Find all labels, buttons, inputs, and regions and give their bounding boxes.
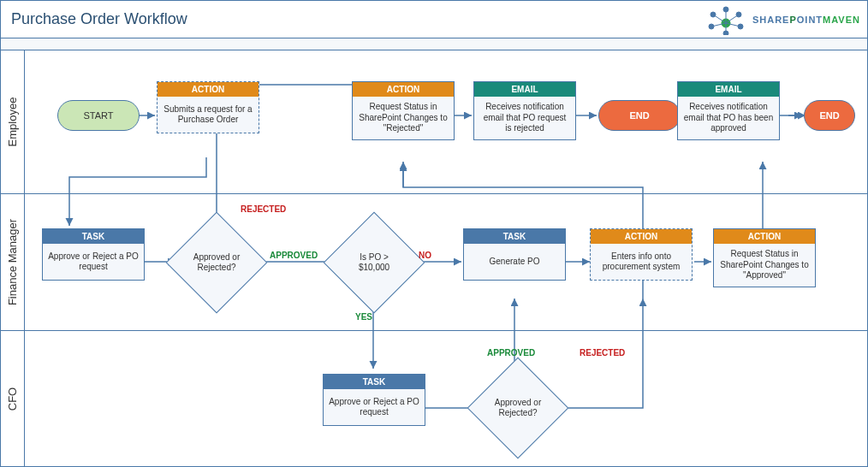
logo: SHAREPOINTMAVEN xyxy=(703,4,860,35)
decision-cfo-approved-rejected: Approved or Rejected? xyxy=(482,372,554,444)
label-no: NO xyxy=(419,251,431,260)
box-header-action: ACTION xyxy=(353,82,454,97)
action-enter-procurement: ACTION Enters info onto procurement syst… xyxy=(590,228,693,281)
email-rejected: EMAIL Receives notification email that P… xyxy=(473,81,576,140)
task-generate-po: TASK Generate PO xyxy=(463,228,566,281)
label-approved-cfo: APPROVED xyxy=(487,348,535,358)
lane-label-employee: Employee xyxy=(1,50,25,193)
label-rejected: REJECTED xyxy=(241,204,286,214)
label-rejected-cfo: REJECTED xyxy=(580,348,625,358)
lane-cfo: CFO TASK Approve or Reject a PO request … xyxy=(1,331,867,466)
lane-label-cfo: CFO xyxy=(1,331,25,466)
action-status-approved: ACTION Request Status in SharePoint Chan… xyxy=(713,228,816,287)
label-approved: APPROVED xyxy=(270,251,318,260)
box-header-task: TASK xyxy=(464,229,565,244)
box-header-task: TASK xyxy=(43,229,144,244)
page-title: Purchase Order Workflow xyxy=(11,10,187,28)
action-submit-po: ACTION Submits a request for a Purchase … xyxy=(157,81,259,133)
header: Purchase Order Workflow SHAREPOINTMAVEN xyxy=(1,1,867,38)
end-node-approved: END xyxy=(804,100,855,131)
end-node-rejected: END xyxy=(598,100,681,131)
logo-icon xyxy=(703,4,749,35)
swimlanes: Employee START ACTION Submits a request … xyxy=(1,50,867,467)
box-header-action: ACTION xyxy=(714,229,815,244)
action-status-rejected: ACTION Request Status in SharePoint Chan… xyxy=(352,81,455,140)
separator-bar xyxy=(1,38,867,50)
box-header-task: TASK xyxy=(324,375,425,389)
start-node: START xyxy=(57,100,140,131)
email-approved: EMAIL Receives notification email that P… xyxy=(677,81,780,140)
lane-finance-manager: Finance Manager TASK Approve or Reject a… xyxy=(1,194,867,331)
task-cfo-approve-reject: TASK Approve or Reject a PO request xyxy=(323,374,425,426)
task-approve-reject: TASK Approve or Reject a PO request xyxy=(42,228,145,281)
decision-approved-rejected: Approved or Rejected? xyxy=(181,227,253,299)
workflow-diagram: Purchase Order Workflow SHAREPOINTMAVEN xyxy=(0,0,868,467)
label-yes: YES xyxy=(355,312,372,322)
box-header-action: ACTION xyxy=(158,82,259,97)
box-header-action: ACTION xyxy=(591,229,692,244)
box-header-email: EMAIL xyxy=(474,82,575,97)
logo-text: SHAREPOINTMAVEN xyxy=(752,15,860,25)
lane-employee: Employee START ACTION Submits a request … xyxy=(1,50,867,194)
decision-po-threshold: Is PO > $10,000 xyxy=(338,227,410,299)
box-header-email: EMAIL xyxy=(678,82,779,97)
lane-label-finance: Finance Manager xyxy=(1,194,25,330)
